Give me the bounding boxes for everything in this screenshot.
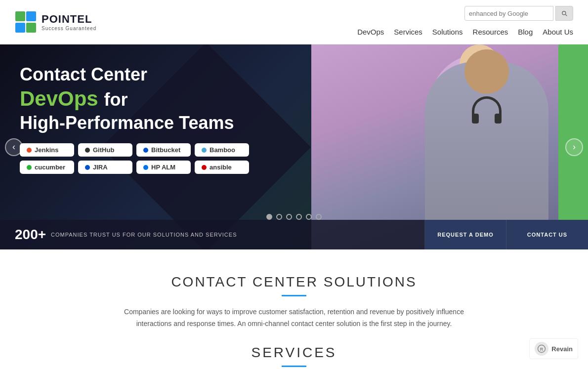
tool-logos: Jenkins GitHub Bitbucket Bamboo cucumber… [20, 143, 257, 174]
hero-bottom-bar: 200+ Companies trust us for our solution… [0, 220, 588, 249]
logo-icon [15, 11, 38, 34]
slider-arrow-right[interactable]: › [565, 138, 583, 156]
hero-photo [311, 44, 558, 249]
nav-devops[interactable]: DevOps [357, 26, 384, 38]
contact-center-description: Companies are looking for ways to improv… [116, 306, 472, 330]
nav-services[interactable]: Services [394, 26, 422, 38]
search-input[interactable] [464, 6, 553, 21]
contact-center-section: Contact Center Solutions Companies are l… [0, 249, 588, 369]
logo: POINTEL Success Guaranteed [15, 11, 96, 34]
nav-resources[interactable]: Resources [473, 26, 508, 38]
slider-dots [266, 214, 322, 220]
nav-blog[interactable]: Blog [518, 26, 533, 38]
logo-tagline: Success Guaranteed [42, 26, 96, 31]
tool-hpalm: HP ALM [136, 161, 191, 174]
nav-solutions[interactable]: Solutions [432, 26, 463, 38]
hero-title-for: for [104, 89, 127, 110]
slider-arrow-left[interactable]: ‹ [5, 138, 23, 156]
dot-1[interactable] [266, 214, 272, 220]
tool-github: GitHub [78, 143, 132, 157]
revain-badge: R Revain [529, 338, 578, 359]
search-bar [464, 6, 573, 21]
tool-bitbucket: Bitbucket [136, 143, 191, 157]
tool-bamboo: Bamboo [195, 143, 249, 157]
tool-cucumber: cucumber [20, 161, 74, 174]
nav-about[interactable]: About Us [543, 26, 573, 38]
dot-6[interactable] [316, 214, 322, 220]
header-right: DevOps Services Solutions Resources Blog… [357, 6, 573, 38]
hero-stat-text: Companies trust us for our solutions and… [51, 232, 237, 238]
headset-icon [472, 96, 502, 116]
hero-slider: Contact Center DevOps for High-Performan… [0, 44, 588, 249]
logo-text: POINTEL Success Guaranteed [42, 13, 96, 31]
hero-content: Contact Center DevOps for High-Performan… [0, 44, 296, 194]
search-button[interactable] [555, 6, 573, 21]
hero-stat-number: 200+ [15, 227, 46, 243]
services-section-title: Services [15, 345, 573, 361]
hero-title-3: High-Performance Teams [20, 113, 277, 133]
svg-text:R: R [540, 347, 544, 352]
request-demo-button[interactable]: Request a Demo [425, 220, 506, 249]
contact-center-title: Contact Center Solutions [15, 274, 573, 290]
dot-4[interactable] [296, 214, 302, 220]
logo-name: POINTEL [42, 13, 96, 26]
dot-5[interactable] [306, 214, 312, 220]
dot-2[interactable] [276, 214, 282, 220]
search-icon [561, 10, 568, 17]
tool-jira: JIRA [78, 161, 132, 174]
main-nav: DevOps Services Solutions Resources Blog… [357, 26, 573, 38]
services-underline [282, 366, 306, 367]
section-underline [282, 295, 306, 296]
tool-ansible: ansible [195, 161, 249, 174]
hero-photo-bg [311, 44, 558, 249]
tool-jenkins: Jenkins [20, 143, 74, 157]
dot-3[interactable] [286, 214, 292, 220]
hero-title-1: Contact Center [20, 64, 277, 85]
hero-title-2: DevOps for [20, 87, 277, 111]
revain-icon: R [535, 342, 548, 356]
contact-us-button[interactable]: Contact Us [506, 220, 588, 249]
person2-head [464, 49, 509, 94]
header: POINTEL Success Guaranteed DevOps Servic… [0, 0, 588, 44]
hero-stat: 200+ Companies trust us for our solution… [0, 220, 425, 249]
revain-label: Revain [551, 345, 573, 353]
